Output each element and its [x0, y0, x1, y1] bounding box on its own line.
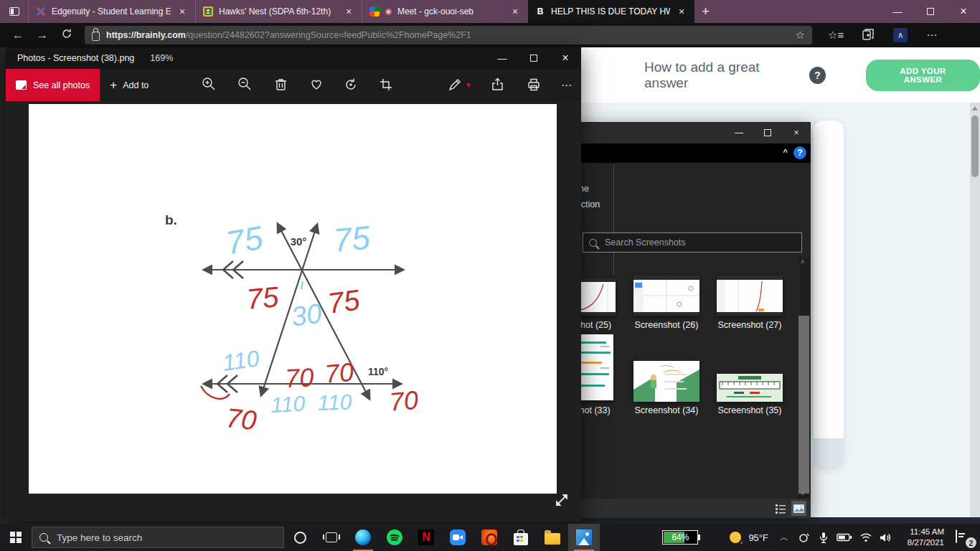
- browser-minimize-button[interactable]: —: [881, 0, 914, 23]
- print-button[interactable]: [525, 76, 542, 93]
- extension-icon[interactable]: ∧: [893, 28, 908, 42]
- tab-close-icon[interactable]: ×: [343, 6, 354, 17]
- thumbnail-label: Screenshot (27): [717, 320, 783, 330]
- forward-button[interactable]: →: [30, 29, 55, 42]
- tab-edgenuity[interactable]: Edgenuity - Student Learning Ex ×: [29, 0, 195, 23]
- battery-widget[interactable]: 64%: [662, 530, 698, 545]
- scroll-up-icon[interactable]: ˄: [801, 258, 804, 265]
- zoom-in-button[interactable]: [201, 76, 218, 93]
- temperature-label[interactable]: 95°F: [748, 532, 768, 543]
- task-view-icon: [326, 532, 337, 542]
- volume-icon[interactable]: [879, 532, 892, 543]
- dialog-close-button[interactable]: ×: [782, 122, 811, 143]
- scroll-down-icon[interactable]: ˅: [801, 490, 804, 497]
- photos-maximize-button[interactable]: [518, 47, 550, 69]
- tab-close-icon[interactable]: ×: [676, 6, 687, 17]
- wifi-icon[interactable]: [859, 532, 872, 542]
- draw-button[interactable]: [446, 76, 463, 93]
- delete-button[interactable]: [273, 76, 290, 93]
- browser-close-button[interactable]: ×: [947, 0, 980, 23]
- lock-icon: [92, 32, 100, 41]
- vertical-tabs-icon: [9, 7, 19, 16]
- screenshot-thumbnail[interactable]: [633, 276, 699, 316]
- date-label: 8/27/2021: [901, 537, 944, 548]
- url-path: /question/24482602?answeringSource=feedP…: [186, 30, 471, 40]
- taskbar-edge[interactable]: [347, 524, 379, 551]
- diagram-annotation: 110: [317, 390, 352, 415]
- dialog-scrollbar-thumb[interactable]: [798, 316, 809, 494]
- task-view-button[interactable]: [316, 524, 347, 551]
- tab-actions-button[interactable]: [0, 0, 29, 23]
- draw-color-dropdown-icon[interactable]: ▾: [466, 80, 471, 90]
- collections-icon[interactable]: [862, 28, 875, 42]
- taskbar-zoom[interactable]: [442, 524, 473, 551]
- add-your-answer-button[interactable]: ADD YOUR ANSWER: [866, 60, 980, 91]
- taskbar-file-explorer[interactable]: [537, 524, 568, 551]
- screenshot-thumbnail[interactable]: [717, 374, 783, 402]
- share-button[interactable]: [489, 76, 507, 93]
- add-favorite-icon[interactable]: ☆: [796, 29, 805, 42]
- clock[interactable]: 11:45 AM 8/27/2021: [901, 527, 944, 548]
- refresh-button[interactable]: [55, 28, 79, 42]
- taskbar-search-box[interactable]: [32, 527, 284, 548]
- screenshot-thumbnail[interactable]: [717, 276, 783, 316]
- collapse-chevron-icon[interactable]: ^: [783, 148, 788, 156]
- tab-close-icon[interactable]: ×: [509, 6, 521, 17]
- help-icon[interactable]: ?: [809, 67, 826, 84]
- taskbar-spotify[interactable]: [379, 524, 410, 551]
- screenshot-thumbnail[interactable]: [633, 361, 699, 402]
- classroom-favicon: [203, 6, 213, 17]
- favorites-bar-icon[interactable]: ☆≡: [828, 29, 844, 42]
- windows-logo-icon: [10, 532, 22, 543]
- crop-button[interactable]: [377, 76, 395, 93]
- back-button[interactable]: ←: [6, 29, 30, 42]
- dialog-scrollbar[interactable]: ˄ ˅: [798, 257, 809, 499]
- search-input[interactable]: [603, 237, 776, 248]
- scroll-up-arrow-icon[interactable]: [972, 106, 978, 110]
- action-center-button[interactable]: 2: [956, 530, 971, 545]
- page-title: How to add a great answer: [644, 60, 799, 91]
- screenshot-search-box[interactable]: [583, 232, 802, 253]
- url-bar[interactable]: https://brainly.com /question/24482602?a…: [85, 26, 812, 44]
- start-button[interactable]: [0, 524, 32, 551]
- photos-more-menu-icon[interactable]: ⋯: [561, 79, 573, 92]
- taskbar-photos[interactable]: [568, 524, 600, 551]
- meet-now-icon[interactable]: [798, 532, 811, 543]
- page-scrollbar-thumb[interactable]: [971, 116, 979, 177]
- list-view-icon[interactable]: [773, 501, 788, 516]
- notification-icon: [956, 529, 957, 543]
- weather-icon[interactable]: [730, 532, 741, 543]
- photos-minimize-button[interactable]: —: [486, 47, 518, 69]
- add-to-button[interactable]: + Add to: [110, 78, 149, 93]
- tab-meet[interactable]: Meet - gck-ouoi-seb ×: [362, 0, 528, 23]
- favorite-heart-button[interactable]: [308, 76, 325, 93]
- page-scrollbar[interactable]: [970, 103, 980, 519]
- thumbnail-view-icon[interactable]: [791, 501, 806, 516]
- tray-chevron-icon[interactable]: ︿: [780, 532, 788, 544]
- taskbar-store[interactable]: [505, 524, 537, 551]
- taskbar-netflix[interactable]: N: [410, 524, 442, 551]
- photos-close-button[interactable]: ×: [550, 47, 581, 69]
- tab-title: Edgenuity - Student Learning Ex: [52, 6, 171, 17]
- dialog-maximize-button[interactable]: [753, 122, 782, 143]
- dialog-minimize-button[interactable]: —: [725, 122, 753, 143]
- see-all-photos-button[interactable]: See all photos: [6, 69, 100, 101]
- new-tab-button[interactable]: +: [702, 4, 710, 19]
- browser-menu-icon[interactable]: ⋯: [926, 29, 937, 42]
- sidebar-divider: [613, 165, 614, 274]
- dialog-help-icon[interactable]: ?: [793, 146, 806, 159]
- microphone-icon[interactable]: [819, 532, 829, 544]
- zoom-out-button[interactable]: [237, 76, 254, 93]
- search-icon: [589, 239, 597, 247]
- cortana-button[interactable]: [284, 524, 316, 551]
- battery-status-icon[interactable]: [837, 533, 852, 542]
- tab-close-icon[interactable]: ×: [176, 6, 188, 17]
- diagram-annotation: b.: [165, 212, 177, 227]
- resize-handle-icon[interactable]: [554, 492, 570, 511]
- taskbar-office[interactable]: [473, 524, 505, 551]
- tab-hawks-nest[interactable]: Hawks' Nest (SDPA 6th-12th) ×: [195, 0, 362, 23]
- taskbar-search-input[interactable]: [55, 532, 256, 544]
- tab-brainly-active[interactable]: B HELP THIS IS DUE TODAY HW LE ×: [528, 0, 694, 23]
- rotate-button[interactable]: [343, 76, 360, 93]
- browser-maximize-button[interactable]: [914, 0, 947, 23]
